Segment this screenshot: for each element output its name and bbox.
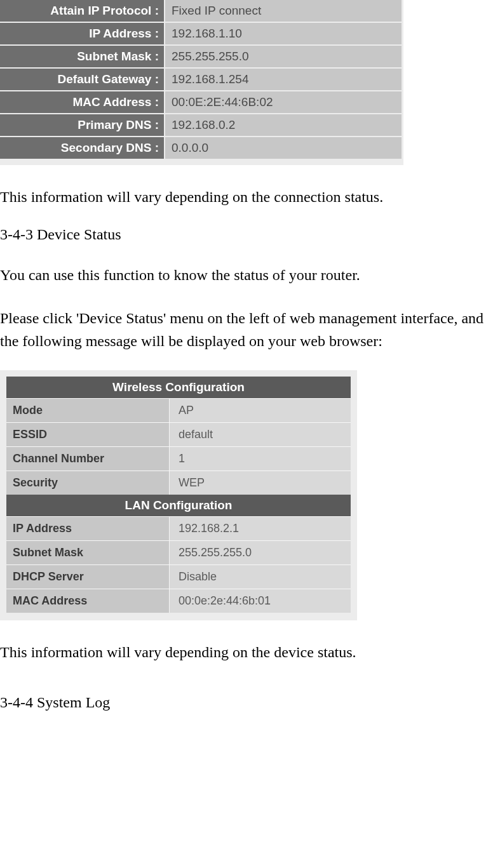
table-row: Secondary DNS : 0.0.0.0 — [0, 137, 403, 159]
row-value: AP — [169, 399, 351, 422]
row-value: 192.168.1.10 — [165, 23, 402, 44]
row-label: Security — [6, 471, 169, 495]
table-row: DHCP Server Disable — [6, 564, 351, 589]
row-value: WEP — [169, 471, 351, 495]
table-row: Subnet Mask 255.255.255.0 — [6, 540, 351, 564]
row-value: Disable — [169, 565, 351, 589]
row-value: 1 — [169, 447, 351, 471]
table-row: Primary DNS : 192.168.0.2 — [0, 114, 403, 136]
table-row: Subnet Mask : 255.255.255.0 — [0, 46, 403, 67]
row-label: ESSID — [6, 423, 169, 446]
section-heading: 3-4-4 System Log — [0, 694, 500, 711]
lan-config-header: LAN Configuration — [6, 495, 351, 516]
row-label: IP Address : — [0, 23, 164, 44]
network-status-table: Attain IP Protocol : Fixed IP connect IP… — [0, 0, 403, 165]
row-label: Channel Number — [6, 447, 169, 471]
table-row: Security WEP — [6, 471, 351, 495]
row-value: 192.168.2.1 — [169, 517, 351, 540]
table-row: IP Address : 192.168.1.10 — [0, 23, 403, 44]
table-row: MAC Address 00:0e:2e:44:6b:01 — [6, 589, 351, 613]
table-row: ESSID default — [6, 422, 351, 446]
table-row: IP Address 192.168.2.1 — [6, 516, 351, 540]
wireless-config-header: Wireless Configuration — [6, 377, 351, 398]
table-row: MAC Address : 00:0E:2E:44:6B:02 — [0, 91, 403, 113]
table-row: Channel Number 1 — [6, 446, 351, 471]
paragraph: This information will vary depending on … — [0, 185, 500, 208]
row-label: Attain IP Protocol : — [0, 0, 164, 22]
paragraph: This information will vary depending on … — [0, 641, 500, 664]
row-label: IP Address — [6, 517, 169, 540]
row-label: Secondary DNS : — [0, 137, 164, 159]
row-label: Subnet Mask — [6, 541, 169, 564]
row-value: 192.168.0.2 — [165, 114, 402, 136]
paragraph: Please click 'Device Status' menu on the… — [0, 307, 500, 352]
row-label: Subnet Mask : — [0, 46, 164, 67]
row-label: MAC Address : — [0, 91, 164, 113]
row-value: 00:0E:2E:44:6B:02 — [165, 91, 402, 113]
row-label: Default Gateway : — [0, 69, 164, 90]
paragraph: You can use this function to know the st… — [0, 264, 500, 286]
section-heading: 3-4-3 Device Status — [0, 226, 500, 243]
device-status-table: Wireless Configuration Mode AP ESSID def… — [0, 370, 357, 620]
table-row: Attain IP Protocol : Fixed IP connect — [0, 0, 403, 22]
row-label: MAC Address — [6, 589, 169, 613]
row-label: Mode — [6, 399, 169, 422]
row-value: 192.168.1.254 — [165, 69, 402, 90]
row-value: 255.255.255.0 — [165, 46, 402, 67]
row-value: default — [169, 423, 351, 446]
row-value: Fixed IP connect — [165, 0, 402, 22]
row-value: 0.0.0.0 — [165, 137, 402, 159]
row-label: DHCP Server — [6, 565, 169, 589]
row-label: Primary DNS : — [0, 114, 164, 136]
row-value: 00:0e:2e:44:6b:01 — [169, 589, 351, 613]
table-row: Default Gateway : 192.168.1.254 — [0, 69, 403, 90]
row-value: 255.255.255.0 — [169, 541, 351, 564]
table-row: Mode AP — [6, 398, 351, 422]
